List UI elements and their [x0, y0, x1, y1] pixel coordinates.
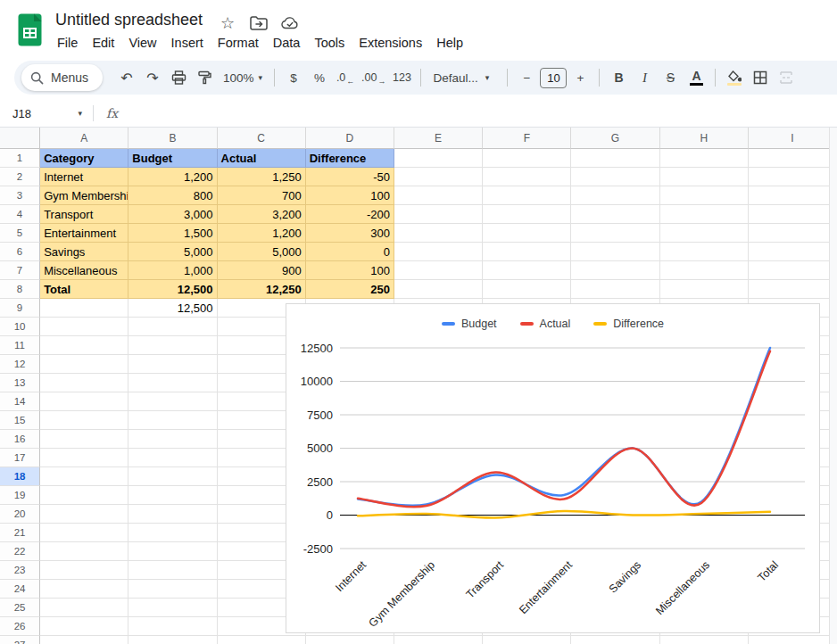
cell-B3[interactable]: 800	[128, 186, 217, 205]
cell-H5[interactable]	[660, 224, 749, 243]
font-family-select[interactable]: Defaul... ▾	[427, 71, 501, 85]
name-box[interactable]: J18 ▾	[0, 107, 82, 120]
cell-I5[interactable]	[749, 224, 837, 243]
cell-A3[interactable]: Gym Membership	[40, 186, 128, 205]
column-header-E[interactable]: E	[394, 128, 483, 149]
row-header-6[interactable]: 6	[0, 243, 40, 261]
bold-button[interactable]: B	[606, 65, 631, 90]
more-formats-button[interactable]: 123	[389, 65, 414, 90]
format-currency-button[interactable]: $	[281, 65, 306, 90]
row-header-27[interactable]: 27	[0, 636, 40, 644]
undo-button[interactable]: ↶	[114, 65, 139, 90]
cell-A20[interactable]	[40, 505, 128, 524]
row-header-9[interactable]: 9	[0, 299, 40, 318]
cell-A9[interactable]	[40, 299, 128, 318]
cell-A27[interactable]	[40, 636, 128, 644]
cell-A2[interactable]: Internet	[40, 168, 128, 186]
cell-A13[interactable]	[40, 374, 128, 392]
cell-E1[interactable]	[394, 149, 483, 168]
cell-C27[interactable]	[218, 636, 306, 644]
cell-B14[interactable]	[128, 392, 217, 411]
search-menus-button[interactable]: Menus	[21, 64, 103, 91]
cell-B21[interactable]	[128, 524, 217, 542]
row-header-1[interactable]: 1	[0, 149, 40, 168]
paint-format-button[interactable]	[192, 65, 217, 90]
row-header-2[interactable]: 2	[0, 168, 40, 186]
cell-H1[interactable]	[660, 149, 749, 168]
menu-view[interactable]: View	[121, 33, 163, 53]
row-header-24[interactable]: 24	[0, 580, 40, 599]
formula-input[interactable]	[118, 100, 837, 127]
cell-I7[interactable]	[749, 261, 837, 280]
cell-B1[interactable]: Budget	[128, 149, 217, 168]
cell-A25[interactable]	[40, 599, 128, 617]
cell-G4[interactable]	[571, 205, 659, 224]
decrease-decimal-button[interactable]: .0←	[333, 65, 358, 90]
cell-I4[interactable]	[749, 205, 837, 224]
decrease-font-size-button[interactable]: −	[514, 65, 539, 90]
cell-H4[interactable]	[660, 205, 749, 224]
row-header-5[interactable]: 5	[0, 224, 40, 243]
cell-B4[interactable]: 3,000	[128, 205, 217, 224]
cell-B12[interactable]	[128, 355, 217, 374]
column-header-D[interactable]: D	[306, 128, 394, 149]
cell-C1[interactable]: Actual	[218, 149, 306, 168]
cell-D1[interactable]: Difference	[306, 149, 394, 168]
fill-color-button[interactable]	[722, 65, 747, 90]
cell-B9[interactable]: 12,500	[128, 299, 217, 318]
italic-button[interactable]: I	[632, 65, 657, 90]
cell-C7[interactable]: 900	[218, 261, 306, 280]
move-folder-icon[interactable]	[250, 14, 268, 32]
cell-B15[interactable]	[128, 411, 217, 430]
row-header-12[interactable]: 12	[0, 355, 40, 374]
row-header-18[interactable]: 18	[0, 467, 40, 486]
cell-A21[interactable]	[40, 524, 128, 542]
cell-H27[interactable]	[660, 636, 749, 644]
row-header-26[interactable]: 26	[0, 617, 40, 636]
cell-B27[interactable]	[128, 636, 217, 644]
font-size-input[interactable]: 10	[540, 68, 567, 88]
row-header-19[interactable]: 19	[0, 486, 40, 505]
menu-extensions[interactable]: Extensions	[352, 33, 429, 53]
cell-B20[interactable]	[128, 505, 217, 524]
cell-A12[interactable]	[40, 355, 128, 374]
cell-B8[interactable]: 12,500	[128, 280, 217, 299]
row-header-25[interactable]: 25	[0, 599, 40, 617]
cell-G2[interactable]	[571, 168, 659, 186]
row-header-23[interactable]: 23	[0, 561, 40, 580]
sheets-logo-icon[interactable]	[18, 13, 42, 46]
column-header-F[interactable]: F	[483, 128, 571, 149]
cell-D5[interactable]: 300	[306, 224, 394, 243]
row-header-20[interactable]: 20	[0, 505, 40, 524]
cell-B7[interactable]: 1,000	[128, 261, 217, 280]
column-header-I[interactable]: I	[749, 128, 837, 149]
cell-F2[interactable]	[483, 168, 571, 186]
cell-B10[interactable]	[128, 318, 217, 336]
cell-A26[interactable]	[40, 617, 128, 636]
cell-A7[interactable]: Miscellaneous	[40, 261, 128, 280]
format-percent-button[interactable]: %	[307, 65, 332, 90]
cell-A14[interactable]	[40, 392, 128, 411]
print-button[interactable]	[166, 65, 191, 90]
cell-H7[interactable]	[660, 261, 749, 280]
cell-C4[interactable]: 3,200	[218, 205, 306, 224]
cell-E7[interactable]	[394, 261, 483, 280]
cell-C2[interactable]: 1,250	[218, 168, 306, 186]
cell-D6[interactable]: 0	[306, 243, 394, 261]
cell-B13[interactable]	[128, 374, 217, 392]
column-header-A[interactable]: A	[40, 128, 128, 149]
cell-C8[interactable]: 12,250	[218, 280, 306, 299]
cell-D8[interactable]: 250	[306, 280, 394, 299]
row-header-21[interactable]: 21	[0, 524, 40, 542]
cell-F1[interactable]	[483, 149, 571, 168]
cell-B19[interactable]	[128, 486, 217, 505]
cell-E27[interactable]	[394, 636, 483, 644]
borders-button[interactable]	[748, 65, 773, 90]
cell-E4[interactable]	[394, 205, 483, 224]
cell-A19[interactable]	[40, 486, 128, 505]
cell-C6[interactable]: 5,000	[218, 243, 306, 261]
cell-F6[interactable]	[483, 243, 571, 261]
merge-cells-button[interactable]	[774, 65, 799, 90]
cell-E8[interactable]	[394, 280, 483, 299]
cell-G27[interactable]	[571, 636, 659, 644]
